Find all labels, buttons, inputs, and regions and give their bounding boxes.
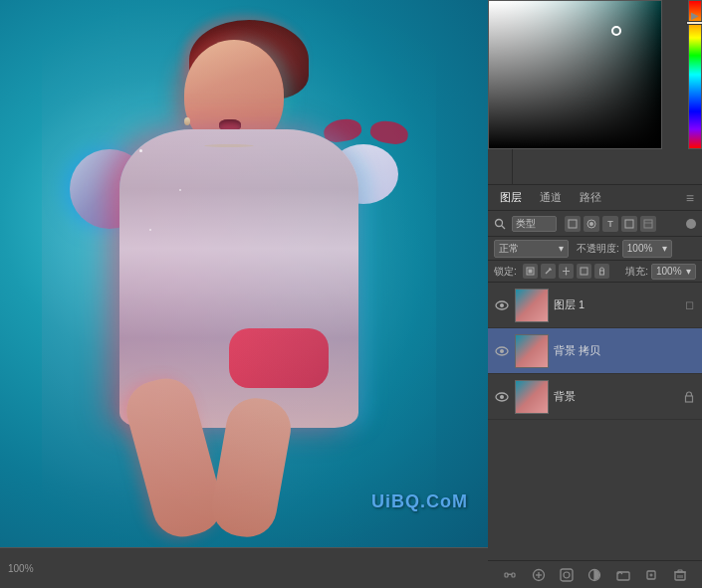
layer-thumb-bg-copy (515, 334, 549, 368)
svg-point-37 (564, 572, 570, 578)
svg-point-10 (589, 222, 593, 226)
layers-bottom-bar (488, 560, 702, 588)
layer-row-background[interactable]: 背景 (488, 374, 702, 420)
blend-mode-select[interactable]: 正常 ▾ (494, 240, 569, 258)
layer-row-layer1[interactable]: 图层 1 ◻ (488, 283, 702, 328)
canvas-panel: UiBQ.CoM 100% (0, 0, 488, 588)
spectrum-handle[interactable] (686, 21, 702, 25)
svg-rect-15 (528, 270, 532, 274)
svg-rect-31 (505, 573, 508, 577)
filter-icons: T (565, 216, 656, 232)
blend-mode-label: 正常 (499, 242, 519, 256)
filter-adjustment-icon[interactable] (584, 216, 599, 232)
add-style-icon[interactable] (530, 566, 548, 584)
canvas-status: 100% (8, 563, 34, 574)
fill-input[interactable]: 100% ▾ (651, 264, 696, 280)
opacity-value: 100% (627, 243, 653, 254)
chroma-cyan (58, 0, 436, 547)
svg-rect-23 (599, 271, 603, 275)
add-mask-icon[interactable] (558, 566, 576, 584)
right-panel: A (488, 0, 702, 588)
layer-info-bg: 背景 (554, 389, 677, 404)
svg-rect-8 (569, 220, 577, 228)
layer-thumb-1 (515, 289, 549, 322)
layer-type-select[interactable]: 类型 (512, 216, 557, 232)
color-spectrum-bar[interactable] (688, 0, 702, 149)
opacity-chevron: ▾ (662, 243, 667, 254)
svg-rect-32 (512, 573, 515, 577)
layer-name-1: 图层 1 (554, 297, 677, 312)
layers-list: 图层 1 ◻ 背景 拷贝 (488, 283, 702, 560)
layers-search-row: 类型 T (488, 211, 702, 237)
svg-rect-11 (625, 220, 633, 228)
opacity-row: 不透明度: 100% ▾ (577, 240, 672, 258)
fill-label: 填充: (625, 265, 648, 279)
filter-toggle[interactable] (686, 219, 696, 229)
lock-draw-icon[interactable] (541, 264, 556, 279)
svg-rect-12 (644, 220, 652, 228)
svg-rect-36 (561, 569, 573, 581)
right-top-area: A (488, 0, 702, 184)
fill-section: 填充: 100% ▾ (625, 264, 696, 280)
layers-tabs: 图层 通道 路径 ≡ (488, 185, 702, 211)
svg-rect-45 (678, 570, 682, 572)
svg-point-27 (500, 349, 504, 353)
tab-channels[interactable]: 通道 (536, 188, 566, 207)
svg-point-6 (496, 219, 503, 226)
link-layers-icon[interactable] (501, 566, 519, 584)
color-picker-area (513, 0, 702, 184)
filter-pixel-icon[interactable] (565, 216, 581, 232)
search-icon (494, 217, 508, 231)
color-gradient-picker[interactable] (488, 0, 662, 149)
canvas-image[interactable]: UiBQ.CoM (0, 0, 488, 547)
new-layer-icon[interactable] (642, 566, 660, 584)
tab-paths[interactable]: 路径 (576, 188, 605, 207)
opacity-label: 不透明度: (577, 242, 619, 256)
watermark: UiBQ.CoM (371, 491, 468, 512)
layer-thumbnail-1 (516, 290, 548, 321)
lock-row: 锁定: (488, 261, 702, 283)
layer-visibility-eye-bg-copy[interactable] (494, 343, 510, 359)
layer-name-bg: 背景 (554, 389, 677, 404)
layer-row-bg-copy[interactable]: 背景 拷贝 (488, 328, 702, 374)
layer-visibility-eye-1[interactable] (494, 297, 510, 313)
filter-type-icon[interactable]: T (602, 216, 618, 232)
tab-layers[interactable]: 图层 (496, 188, 526, 207)
app-wrapper: UiBQ.CoM 100% A (0, 0, 702, 588)
filter-smart-icon[interactable] (640, 216, 656, 232)
filter-shape-icon[interactable] (621, 216, 637, 232)
new-group-icon[interactable] (614, 566, 632, 584)
svg-point-25 (500, 303, 504, 307)
layer-info-bg-copy: 背景 拷贝 (554, 343, 696, 358)
svg-line-7 (502, 225, 506, 229)
fill-value: 100% (656, 266, 682, 277)
delete-layer-icon[interactable] (671, 566, 689, 584)
layer-name-bg-copy: 背景 拷贝 (554, 343, 696, 358)
lock-move-icon[interactable] (559, 264, 574, 279)
layer-thumb-bg (515, 380, 549, 414)
woman-figure (50, 0, 428, 547)
blend-mode-row: 正常 ▾ 不透明度: 100% ▾ (488, 237, 702, 261)
layer-thumbnail-bg (516, 381, 548, 413)
panel-menu-icon[interactable]: ≡ (686, 190, 694, 206)
layer-lock-icon-bg (682, 390, 696, 404)
earring (184, 117, 190, 125)
lock-all-icon[interactable] (594, 264, 609, 279)
new-adjustment-icon[interactable] (585, 566, 603, 584)
gradient-black-overlay (489, 1, 661, 148)
panel-expand-icon[interactable]: ▶ (691, 10, 699, 21)
lock-artboard-icon[interactable] (577, 264, 591, 279)
lock-icons (523, 264, 609, 279)
layer-link-icon-1: ◻ (682, 298, 696, 312)
blend-chevron: ▾ (559, 243, 564, 254)
chroma-overlay (50, 0, 428, 547)
svg-point-29 (500, 395, 504, 399)
lock-pixels-icon[interactable] (523, 264, 538, 279)
opacity-input[interactable]: 100% ▾ (622, 240, 672, 258)
canvas-statusbar: 100% (0, 547, 488, 588)
fill-chevron: ▾ (686, 266, 691, 277)
layer-thumbnail-bg-copy (516, 335, 548, 367)
layer-visibility-eye-bg[interactable] (494, 389, 510, 405)
layer-info-1: 图层 1 (554, 297, 677, 312)
color-picker-cursor[interactable] (611, 26, 621, 36)
